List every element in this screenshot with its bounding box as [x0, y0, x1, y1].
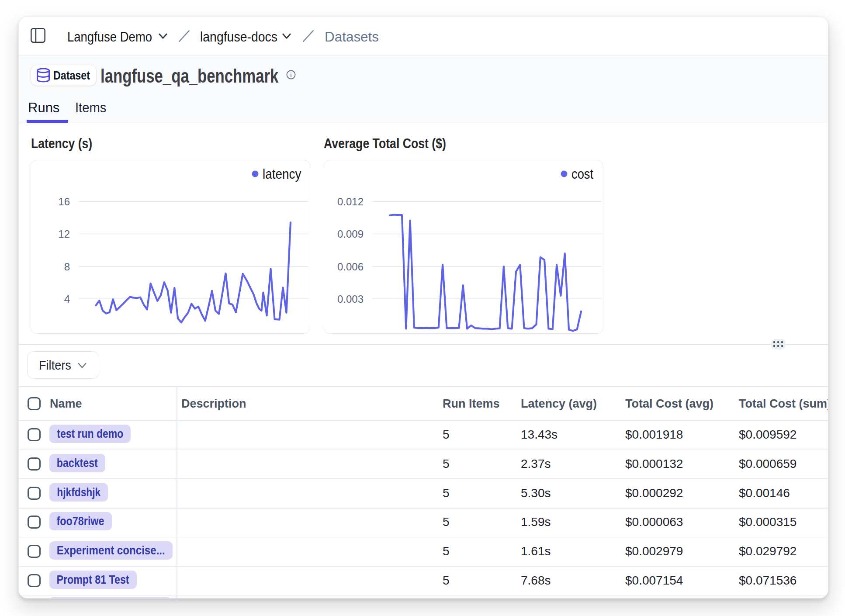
svg-text:0.012: 0.012	[337, 195, 363, 207]
svg-text:0.006: 0.006	[337, 260, 363, 272]
svg-text:latency: latency	[263, 166, 301, 181]
svg-text:0.003: 0.003	[337, 293, 363, 305]
svg-text:0.009: 0.009	[337, 228, 363, 240]
svg-text:4: 4	[64, 293, 70, 305]
svg-text:8: 8	[64, 260, 70, 272]
svg-text:cost: cost	[571, 166, 593, 181]
svg-text:16: 16	[58, 195, 70, 207]
svg-text:12: 12	[58, 228, 70, 240]
